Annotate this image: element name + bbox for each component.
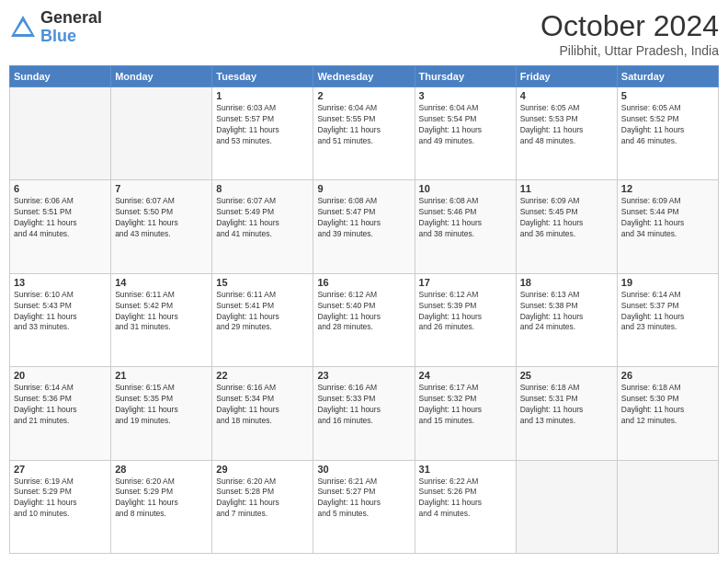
day-number: 16 <box>317 277 410 288</box>
calendar-cell: 8Sunrise: 6:07 AM Sunset: 5:49 PM Daylig… <box>212 180 313 273</box>
calendar-cell: 26Sunrise: 6:18 AM Sunset: 5:30 PM Dayli… <box>617 367 718 460</box>
calendar-cell: 3Sunrise: 6:04 AM Sunset: 5:54 PM Daylig… <box>415 87 516 180</box>
cell-details: Sunrise: 6:16 AM Sunset: 5:33 PM Dayligh… <box>317 383 410 427</box>
cell-details: Sunrise: 6:16 AM Sunset: 5:34 PM Dayligh… <box>216 383 309 427</box>
subtitle: Pilibhit, Uttar Pradesh, India <box>540 43 719 58</box>
day-number: 17 <box>419 277 512 288</box>
day-number: 11 <box>520 183 613 194</box>
cell-details: Sunrise: 6:13 AM Sunset: 5:38 PM Dayligh… <box>520 290 613 334</box>
day-number: 20 <box>14 370 107 381</box>
cell-details: Sunrise: 6:09 AM Sunset: 5:45 PM Dayligh… <box>520 196 613 240</box>
day-number: 9 <box>317 183 410 194</box>
cell-details: Sunrise: 6:20 AM Sunset: 5:28 PM Dayligh… <box>216 477 309 521</box>
day-number: 19 <box>621 277 714 288</box>
calendar-week-row: 27Sunrise: 6:19 AM Sunset: 5:29 PM Dayli… <box>10 460 719 553</box>
day-number: 2 <box>317 90 410 101</box>
cell-details: Sunrise: 6:09 AM Sunset: 5:44 PM Dayligh… <box>621 196 714 240</box>
cell-details: Sunrise: 6:12 AM Sunset: 5:40 PM Dayligh… <box>317 290 410 334</box>
cell-details: Sunrise: 6:17 AM Sunset: 5:32 PM Dayligh… <box>419 383 512 427</box>
calendar-cell: 25Sunrise: 6:18 AM Sunset: 5:31 PM Dayli… <box>516 367 617 460</box>
calendar-cell: 12Sunrise: 6:09 AM Sunset: 5:44 PM Dayli… <box>617 180 718 273</box>
calendar-cell <box>617 460 718 553</box>
cell-details: Sunrise: 6:05 AM Sunset: 5:52 PM Dayligh… <box>621 103 714 147</box>
day-number: 21 <box>115 370 208 381</box>
calendar-cell: 1Sunrise: 6:03 AM Sunset: 5:57 PM Daylig… <box>212 87 313 180</box>
day-number: 5 <box>621 90 714 101</box>
calendar-cell: 10Sunrise: 6:08 AM Sunset: 5:46 PM Dayli… <box>415 180 516 273</box>
cell-details: Sunrise: 6:22 AM Sunset: 5:26 PM Dayligh… <box>419 477 512 521</box>
cell-details: Sunrise: 6:07 AM Sunset: 5:50 PM Dayligh… <box>115 196 208 240</box>
calendar-cell: 29Sunrise: 6:20 AM Sunset: 5:28 PM Dayli… <box>212 460 313 553</box>
day-number: 3 <box>419 90 512 101</box>
cell-details: Sunrise: 6:15 AM Sunset: 5:35 PM Dayligh… <box>115 383 208 427</box>
title-area: October 2024 Pilibhit, Uttar Pradesh, In… <box>540 9 719 58</box>
logo: General Blue <box>9 9 102 46</box>
calendar-cell: 4Sunrise: 6:05 AM Sunset: 5:53 PM Daylig… <box>516 87 617 180</box>
day-number: 27 <box>14 464 107 475</box>
calendar-cell: 30Sunrise: 6:21 AM Sunset: 5:27 PM Dayli… <box>313 460 415 553</box>
day-number: 14 <box>115 277 208 288</box>
cell-details: Sunrise: 6:08 AM Sunset: 5:46 PM Dayligh… <box>419 196 512 240</box>
cell-details: Sunrise: 6:21 AM Sunset: 5:27 PM Dayligh… <box>317 477 410 521</box>
day-number: 22 <box>216 370 309 381</box>
cell-details: Sunrise: 6:04 AM Sunset: 5:55 PM Dayligh… <box>317 103 410 147</box>
logo-blue: Blue <box>40 28 102 46</box>
cell-details: Sunrise: 6:06 AM Sunset: 5:51 PM Dayligh… <box>14 196 107 240</box>
month-title: October 2024 <box>540 9 719 43</box>
calendar-header-saturday: Saturday <box>617 66 718 87</box>
cell-details: Sunrise: 6:10 AM Sunset: 5:43 PM Dayligh… <box>14 290 107 334</box>
day-number: 24 <box>419 370 512 381</box>
cell-details: Sunrise: 6:18 AM Sunset: 5:31 PM Dayligh… <box>520 383 613 427</box>
calendar-week-row: 20Sunrise: 6:14 AM Sunset: 5:36 PM Dayli… <box>10 367 719 460</box>
calendar-header-row: SundayMondayTuesdayWednesdayThursdayFrid… <box>10 66 719 87</box>
day-number: 10 <box>419 183 512 194</box>
day-number: 13 <box>14 277 107 288</box>
calendar-cell: 15Sunrise: 6:11 AM Sunset: 5:41 PM Dayli… <box>212 273 313 366</box>
calendar-cell: 28Sunrise: 6:20 AM Sunset: 5:29 PM Dayli… <box>111 460 212 553</box>
calendar-cell: 27Sunrise: 6:19 AM Sunset: 5:29 PM Dayli… <box>10 460 111 553</box>
calendar-cell: 31Sunrise: 6:22 AM Sunset: 5:26 PM Dayli… <box>415 460 516 553</box>
logo-text: General Blue <box>40 9 102 46</box>
calendar-header-sunday: Sunday <box>10 66 111 87</box>
calendar-header-friday: Friday <box>516 66 617 87</box>
cell-details: Sunrise: 6:14 AM Sunset: 5:37 PM Dayligh… <box>621 290 714 334</box>
day-number: 31 <box>419 464 512 475</box>
calendar-cell: 22Sunrise: 6:16 AM Sunset: 5:34 PM Dayli… <box>212 367 313 460</box>
calendar-header-wednesday: Wednesday <box>313 66 415 87</box>
day-number: 18 <box>520 277 613 288</box>
day-number: 29 <box>216 464 309 475</box>
calendar-cell: 14Sunrise: 6:11 AM Sunset: 5:42 PM Dayli… <box>111 273 212 366</box>
calendar-header-thursday: Thursday <box>415 66 516 87</box>
calendar-week-row: 6Sunrise: 6:06 AM Sunset: 5:51 PM Daylig… <box>10 180 719 273</box>
cell-details: Sunrise: 6:05 AM Sunset: 5:53 PM Dayligh… <box>520 103 613 147</box>
calendar-cell: 18Sunrise: 6:13 AM Sunset: 5:38 PM Dayli… <box>516 273 617 366</box>
cell-details: Sunrise: 6:12 AM Sunset: 5:39 PM Dayligh… <box>419 290 512 334</box>
cell-details: Sunrise: 6:04 AM Sunset: 5:54 PM Dayligh… <box>419 103 512 147</box>
cell-details: Sunrise: 6:11 AM Sunset: 5:42 PM Dayligh… <box>115 290 208 334</box>
calendar-cell: 21Sunrise: 6:15 AM Sunset: 5:35 PM Dayli… <box>111 367 212 460</box>
cell-details: Sunrise: 6:20 AM Sunset: 5:29 PM Dayligh… <box>115 477 208 521</box>
day-number: 7 <box>115 183 208 194</box>
cell-details: Sunrise: 6:14 AM Sunset: 5:36 PM Dayligh… <box>14 383 107 427</box>
cell-details: Sunrise: 6:11 AM Sunset: 5:41 PM Dayligh… <box>216 290 309 334</box>
logo-general: General <box>40 9 102 28</box>
calendar-cell: 2Sunrise: 6:04 AM Sunset: 5:55 PM Daylig… <box>313 87 415 180</box>
calendar-cell: 13Sunrise: 6:10 AM Sunset: 5:43 PM Dayli… <box>10 273 111 366</box>
calendar-header-tuesday: Tuesday <box>212 66 313 87</box>
page: General Blue October 2024 Pilibhit, Utta… <box>0 0 728 563</box>
cell-details: Sunrise: 6:19 AM Sunset: 5:29 PM Dayligh… <box>14 477 107 521</box>
day-number: 23 <box>317 370 410 381</box>
day-number: 25 <box>520 370 613 381</box>
calendar-cell <box>111 87 212 180</box>
calendar-cell: 6Sunrise: 6:06 AM Sunset: 5:51 PM Daylig… <box>10 180 111 273</box>
day-number: 15 <box>216 277 309 288</box>
calendar-cell: 5Sunrise: 6:05 AM Sunset: 5:52 PM Daylig… <box>617 87 718 180</box>
calendar-header-monday: Monday <box>111 66 212 87</box>
logo-icon <box>9 14 37 41</box>
header: General Blue October 2024 Pilibhit, Utta… <box>9 9 719 58</box>
day-number: 1 <box>216 90 309 101</box>
cell-details: Sunrise: 6:08 AM Sunset: 5:47 PM Dayligh… <box>317 196 410 240</box>
day-number: 6 <box>14 183 107 194</box>
day-number: 28 <box>115 464 208 475</box>
calendar-cell: 9Sunrise: 6:08 AM Sunset: 5:47 PM Daylig… <box>313 180 415 273</box>
